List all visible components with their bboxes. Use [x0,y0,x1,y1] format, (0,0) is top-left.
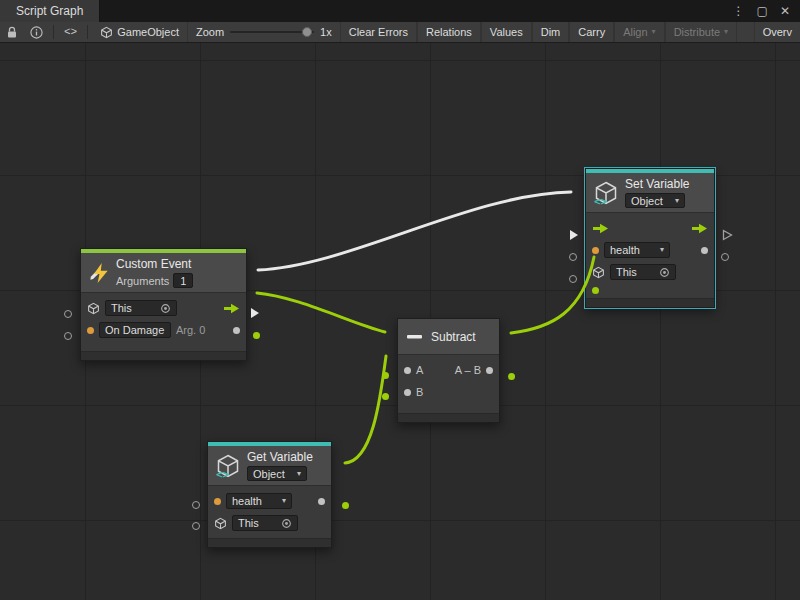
custom-event-header: Custom Event Arguments 1 [81,253,246,293]
carry-button[interactable]: Carry [569,22,614,42]
node-subtract[interactable]: Subtract A A – B B [397,318,500,423]
node-title: Custom Event [116,257,193,271]
lock-icon[interactable] [0,22,24,42]
variable-scope-dropdown[interactable]: Object ▾ [625,193,685,208]
port-setvariable-value-out[interactable] [721,253,729,261]
node-title: Get Variable [247,450,313,464]
dim-button[interactable]: Dim [532,22,570,42]
port-row-target: This [208,512,331,534]
port-getvariable-value-out[interactable] [342,502,349,509]
zoom-label: Zoom [196,26,224,38]
port-setvariable-flow-out[interactable] [722,229,733,241]
variable-name-dropdown[interactable]: health ▾ [226,493,292,509]
window-controls: ⋮ ▢ ✕ [733,0,800,22]
node-footer [208,538,331,547]
object-picker-icon[interactable] [160,303,171,314]
align-button: Align ▾ [614,22,664,42]
cube-icon [100,26,113,39]
event-name-value: On Damage [105,324,164,336]
tab-script-graph[interactable]: Script Graph [0,0,100,22]
port-subtract-result-out[interactable] [508,373,515,380]
flow-out-arrow-icon[interactable] [691,223,708,234]
relations-button[interactable]: Relations [417,22,481,42]
close-icon[interactable]: ✕ [780,5,790,17]
get-variable-header: <> Get Variable Object ▾ [208,446,331,486]
chevron-down-icon: ▾ [282,497,286,505]
object-picker-icon[interactable] [659,267,670,278]
port-customevent-flow-out[interactable] [251,308,259,318]
input-b-dot[interactable] [404,389,411,396]
cube-icon [214,517,227,530]
arg0-label: Arg. 0 [176,324,205,336]
variable-name-value: health [610,244,640,256]
wire-data-arg0-to-subtract-a[interactable] [257,293,385,332]
value-out-dot[interactable] [701,247,708,254]
port-getvariable-name-in[interactable] [192,501,200,509]
wire-flow-customevent-to-setvariable[interactable] [258,192,571,270]
set-variable-body: health ▾ This [586,213,714,297]
info-icon[interactable] [24,22,49,42]
result-port-dot[interactable] [486,367,493,374]
port-customevent-name-in[interactable] [64,332,72,340]
variable-name-value: health [232,495,262,507]
window-menu-icon[interactable]: ⋮ [733,5,745,17]
port-row-flow [586,217,714,239]
code-icon[interactable]: <> [58,22,83,42]
string-port-dot[interactable] [87,327,94,334]
flow-in-arrow-icon[interactable] [592,223,609,234]
value-in-dot[interactable] [592,287,599,294]
gameobject-button[interactable]: GameObject [92,22,188,42]
subtract-icon [406,332,424,342]
string-port-dot[interactable] [592,247,599,254]
target-selector[interactable]: This [105,300,177,316]
variable-name-dropdown[interactable]: health ▾ [604,242,670,258]
custom-event-icon [89,262,109,284]
align-label: Align [623,26,647,38]
subtract-body: A A – B B [398,355,499,403]
zoom-slider[interactable] [230,31,314,33]
port-setvariable-name-in[interactable] [569,253,577,261]
input-a-dot[interactable] [404,367,411,374]
target-value: This [616,266,637,278]
variable-scope-dropdown[interactable]: Object ▾ [247,466,307,481]
value-out-dot[interactable] [318,498,325,505]
node-set-variable[interactable]: <> Set Variable Object ▾ [585,168,715,308]
string-port-dot[interactable] [214,498,221,505]
port-row-a: A A – B [398,359,499,381]
zoom-slider-knob[interactable] [302,27,312,37]
port-setvariable-flow-in[interactable] [570,230,578,240]
port-row-event-name: On Damage Arg. 0 [81,319,246,341]
variable-icon: <> [216,454,240,478]
port-setvariable-target-in[interactable] [569,275,577,283]
node-get-variable[interactable]: <> Get Variable Object ▾ health ▾ [207,441,332,548]
node-footer [398,413,499,422]
arguments-field[interactable]: 1 [173,273,193,288]
port-subtract-b-in[interactable] [382,393,389,400]
port-customevent-arg0-out[interactable] [253,332,260,339]
port-customevent-flow-in[interactable] [64,310,72,318]
object-picker-icon[interactable] [281,518,292,529]
maximize-icon[interactable]: ▢ [757,5,768,17]
target-value: This [238,517,259,529]
graph-canvas[interactable]: Custom Event Arguments 1 This [0,43,800,600]
distribute-label: Distribute [674,26,720,38]
node-custom-event[interactable]: Custom Event Arguments 1 This [80,248,247,361]
svg-text:<>: <> [216,468,230,478]
overview-button[interactable]: Overv [754,22,800,42]
port-row-name: health ▾ [208,490,331,512]
flow-out-arrow-icon[interactable] [223,303,240,314]
target-selector[interactable]: This [610,264,676,280]
node-footer [81,351,246,360]
event-name-field[interactable]: On Damage [99,322,171,338]
arg0-port-dot[interactable] [233,327,240,334]
port-subtract-a-in[interactable] [382,372,389,379]
port-getvariable-target-in[interactable] [192,522,200,530]
zoom-control: Zoom 1x [196,26,332,38]
zoom-value: 1x [320,26,332,38]
wire-data-subtract-to-setvariable[interactable] [511,257,594,333]
wire-data-getvariable-to-subtract-b[interactable] [345,356,386,463]
clear-errors-button[interactable]: Clear Errors [340,22,417,42]
target-selector[interactable]: This [232,515,298,531]
node-title: Subtract [431,330,476,344]
values-button[interactable]: Values [481,22,532,42]
